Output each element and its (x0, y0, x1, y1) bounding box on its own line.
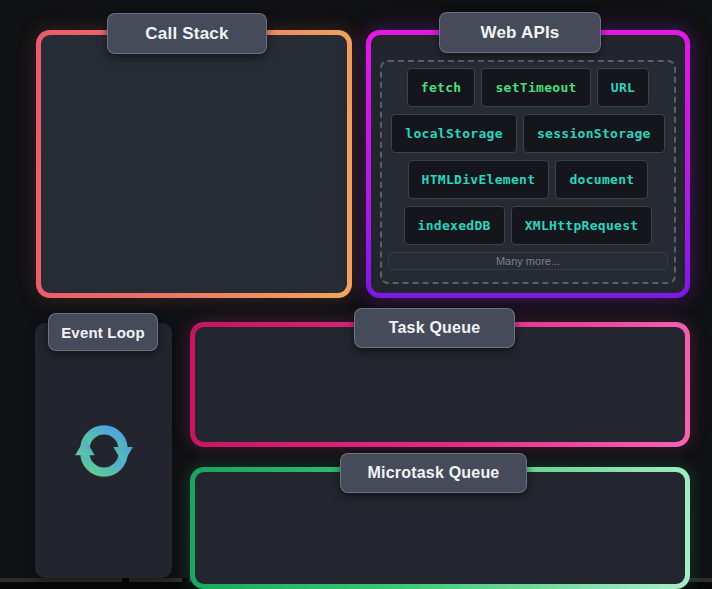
web-apis-chip-row: fetch setTimeout URL (388, 68, 668, 107)
web-apis-area: fetch setTimeout URL localStorage sessio… (371, 35, 685, 293)
bottom-strip-segment (0, 578, 122, 582)
web-apis-many-more-label: Many more... (388, 252, 668, 270)
web-apis-chip-container: fetch setTimeout URL localStorage sessio… (380, 60, 676, 284)
web-api-chip-fetch: fetch (407, 68, 476, 107)
event-loop-title-label: Event Loop (61, 324, 145, 341)
web-apis-box: fetch setTimeout URL localStorage sessio… (366, 30, 690, 298)
task-queue-title-label: Task Queue (389, 319, 481, 337)
task-queue-title: Task Queue (354, 308, 515, 348)
cycle-icon (71, 418, 137, 484)
web-api-chip-document: document (555, 160, 648, 199)
web-api-chip-xmlhttprequest: XMLHttpRequest (511, 206, 653, 245)
call-stack-box (36, 30, 352, 298)
web-api-chip-localstorage: localStorage (391, 114, 517, 153)
event-loop-panel (35, 323, 172, 578)
bottom-strip-segment (129, 578, 182, 582)
web-apis-title: Web APIs (439, 12, 601, 53)
microtask-queue-title-label: Microtask Queue (368, 464, 500, 482)
microtask-queue-title: Microtask Queue (340, 453, 527, 493)
event-loop-title: Event Loop (48, 313, 158, 351)
web-apis-chip-row: HTMLDivElement document (388, 160, 668, 199)
web-api-chip-indexeddb: indexedDB (404, 206, 505, 245)
web-apis-chip-row: localStorage sessionStorage (388, 114, 668, 153)
event-loop-diagram: Call Stack fetch setTimeout URL localSto… (0, 0, 712, 589)
web-apis-chip-row: indexedDB XMLHttpRequest (388, 206, 668, 245)
web-apis-title-label: Web APIs (480, 23, 559, 43)
web-api-chip-sessionstorage: sessionStorage (523, 114, 665, 153)
web-api-chip-url: URL (597, 68, 649, 107)
call-stack-area (41, 35, 347, 293)
call-stack-title-label: Call Stack (145, 24, 228, 44)
web-api-chip-settimeout: setTimeout (481, 68, 590, 107)
web-api-chip-htmldivelement: HTMLDivElement (408, 160, 550, 199)
call-stack-title: Call Stack (107, 13, 267, 54)
